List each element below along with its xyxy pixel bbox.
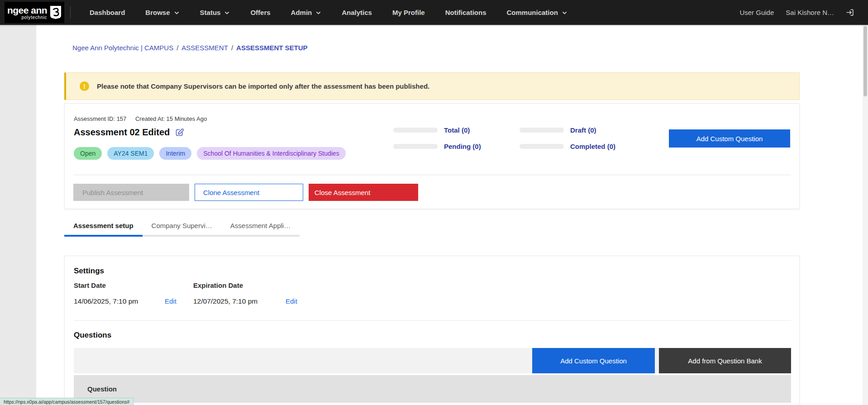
link-preview-statusbar: https://nps.x0pa.ai/app/campus/assessmen… (0, 398, 134, 405)
breadcrumb-root[interactable]: Ngee Ann Polytechnic | CAMPUS (72, 44, 173, 52)
stat-pending: Pending (0) (393, 141, 481, 152)
start-date-value: 14/06/2025, 7:10 pm (74, 297, 138, 305)
questions-toolbar: Add Custom Question Add from Question Ba… (74, 348, 791, 373)
user-name[interactable]: Sai Kishore N… (786, 9, 834, 16)
logo-line1: ngee ann (7, 5, 47, 15)
nav-item-analytics[interactable]: Analytics (342, 9, 372, 16)
chevron-down-icon (562, 10, 568, 16)
breadcrumb-assessment[interactable]: ASSESSMENT (181, 44, 228, 52)
question-column-header: Question (87, 385, 117, 393)
chevron-down-icon (174, 10, 180, 16)
clone-assessment-button[interactable]: Clone Assessment (195, 184, 303, 201)
breadcrumb-separator: / (176, 44, 178, 52)
stat-label-total: Total (0) (444, 126, 470, 134)
nav-item-label: Browse (145, 9, 170, 16)
left-gutter (0, 25, 36, 405)
ngee-ann-shield-icon (50, 5, 62, 19)
nav-item-browse[interactable]: Browse (145, 9, 179, 16)
expiration-date-value: 12/07/2025, 7:10 pm (193, 297, 258, 305)
scrollbar-thumb[interactable] (863, 26, 867, 96)
assessment-title-row: Assessment 02 Edited (74, 127, 184, 138)
progress-bar (393, 128, 438, 133)
edit-expiration-date-link[interactable]: Edit (286, 297, 297, 305)
expiration-date-label: Expiration Date (193, 281, 243, 289)
type-badge-interim: Interim (159, 147, 191, 160)
navbar-menu: Dashboard Browse Status Offers Admin Ana… (90, 9, 568, 16)
navbar-right: User Guide Sai Kishore N… (739, 8, 854, 17)
edit-title-icon[interactable] (175, 128, 184, 137)
questions-table-header: Question (74, 375, 791, 403)
logo-line2: polytechnic (7, 15, 47, 20)
tab-company-supervisors[interactable]: Company Supervi… (143, 216, 221, 237)
breadcrumb-current: ASSESSMENT SETUP (236, 44, 308, 52)
nav-item-label: Communication (506, 9, 558, 16)
breadcrumb-separator: / (231, 44, 233, 52)
stat-completed: Completed (0) (520, 141, 615, 152)
vertical-scrollbar[interactable] (863, 25, 868, 405)
assessment-badges: Open AY24 SEM1 Interim School Of Humanit… (74, 147, 346, 160)
progress-bar (520, 144, 564, 149)
nav-item-label: Analytics (342, 9, 372, 16)
chevron-down-icon (224, 10, 230, 16)
user-guide-link[interactable]: User Guide (739, 9, 774, 16)
settings-heading: Settings (74, 267, 104, 276)
start-date-label: Start Date (74, 281, 106, 289)
top-navbar: ngee ann polytechnic Dashboard Browse St… (0, 0, 868, 25)
tab-assessment-applications[interactable]: Assessment Appli… (221, 216, 300, 237)
logo-text: ngee ann polytechnic (7, 5, 47, 20)
nav-item-label: Offers (250, 9, 270, 16)
stat-total: Total (0) (393, 124, 481, 135)
nav-item-label: Dashboard (90, 9, 125, 16)
stat-label-pending: Pending (0) (444, 143, 481, 150)
settings-card: Settings Start Date Expiration Date 14/0… (64, 256, 800, 405)
progress-bar (520, 128, 564, 133)
stat-label-draft: Draft (0) (570, 126, 596, 134)
tab-assessment-setup[interactable]: Assessment setup (64, 216, 143, 237)
stat-draft: Draft (0) (520, 124, 615, 135)
add-custom-question-button-2[interactable]: Add Custom Question (532, 348, 655, 373)
ngee-ann-logo[interactable]: ngee ann polytechnic (5, 2, 64, 23)
publish-assessment-button[interactable]: Publish Assessment (73, 184, 189, 201)
nav-item-status[interactable]: Status (200, 9, 230, 16)
close-assessment-button[interactable]: Close Assessment (309, 184, 418, 201)
assessment-meta: Assessment ID: 157 Created At: 15 Minute… (74, 115, 214, 122)
assessment-id: Assessment ID: 157 (74, 115, 126, 122)
warning-banner: ! Please note that Company Supervisors c… (64, 72, 800, 100)
card-divider (74, 175, 791, 175)
breadcrumb: Ngee Ann Polytechnic | CAMPUS / ASSESSME… (72, 44, 308, 52)
semester-badge: AY24 SEM1 (107, 147, 154, 160)
nav-item-my-profile[interactable]: My Profile (392, 9, 425, 16)
logout-icon[interactable] (846, 8, 854, 17)
chevron-down-icon (315, 10, 321, 16)
nav-item-offers[interactable]: Offers (250, 9, 270, 16)
nav-item-label: My Profile (392, 9, 425, 16)
warning-message: Please note that Company Supervisors can… (97, 82, 429, 90)
school-badge: School Of Humanities & Interdisciplinary… (197, 147, 345, 160)
nav-item-label: Notifications (445, 9, 486, 16)
edit-start-date-link[interactable]: Edit (165, 297, 176, 305)
nav-item-admin[interactable]: Admin (291, 9, 322, 16)
navbar-divider (70, 6, 71, 19)
nav-item-notifications[interactable]: Notifications (445, 9, 486, 16)
progress-bar (393, 144, 438, 149)
questions-heading: Questions (74, 331, 111, 340)
nav-item-dashboard[interactable]: Dashboard (90, 9, 125, 16)
nav-item-label: Admin (291, 9, 312, 16)
assessment-title: Assessment 02 Edited (74, 127, 170, 138)
nav-item-communication[interactable]: Communication (506, 9, 567, 16)
main-content: Ngee Ann Polytechnic | CAMPUS / ASSESSME… (36, 25, 863, 405)
assessment-summary-card: Assessment ID: 157 Created At: 15 Minute… (64, 103, 800, 209)
warning-icon: ! (80, 81, 89, 91)
stats-column-1: Total (0) Pending (0) (393, 124, 481, 157)
nav-item-label: Status (200, 9, 221, 16)
section-divider (74, 320, 791, 321)
stat-label-completed: Completed (0) (570, 143, 615, 150)
stats-column-2: Draft (0) Completed (0) (520, 124, 615, 157)
assessment-created-at: Created At: 15 Minutes Ago (135, 115, 207, 122)
status-badge-open: Open (74, 147, 102, 160)
tab-bar: Assessment setup Company Supervi… Assess… (64, 216, 300, 237)
add-from-question-bank-button[interactable]: Add from Question Bank (659, 348, 791, 373)
add-custom-question-button[interactable]: Add Custom Question (669, 129, 790, 148)
